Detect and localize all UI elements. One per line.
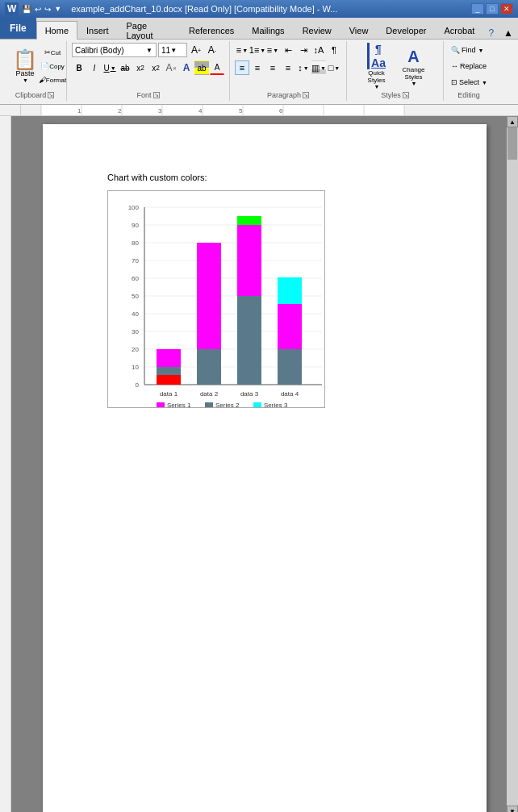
tab-developer[interactable]: Developer — [377, 21, 435, 39]
tab-page-layout[interactable]: Page Layout — [118, 21, 180, 39]
decrease-font-size-button[interactable]: A- — [205, 43, 219, 57]
tab-references[interactable]: References — [180, 21, 243, 39]
vertical-scrollbar[interactable]: ▲ ▼ — [507, 116, 518, 812]
underline-button[interactable]: U▼ — [102, 60, 117, 75]
numbering-button[interactable]: 1≡▼ — [250, 43, 265, 57]
replace-button[interactable]: ↔ Replace — [449, 59, 489, 73]
find-dropdown[interactable]: ▼ — [478, 48, 484, 53]
font-format-row: B I U▼ ab x2 x2 A✕ A ab A — [72, 60, 224, 75]
select-button[interactable]: ⊡ Select ▼ — [449, 75, 489, 90]
shading-button[interactable]: ▥▼ — [311, 60, 326, 75]
font-name-selector[interactable]: Calibri (Body) ▼ — [72, 43, 157, 57]
maximize-button[interactable]: □ — [486, 3, 499, 15]
paragraph-label: Paragraph ↘ — [235, 90, 341, 99]
copy-button[interactable]: 📄 Copy — [44, 60, 61, 73]
bar-data4-series3 — [278, 277, 302, 304]
strikethrough-button[interactable]: ab — [118, 60, 132, 75]
clipboard-label: Clipboard ↘ — [8, 90, 61, 99]
ruler-corner[interactable] — [0, 105, 21, 115]
superscript-button[interactable]: x2 — [148, 60, 163, 75]
select-dropdown[interactable]: ▼ — [482, 80, 487, 85]
align-left-button[interactable]: ≡ — [235, 60, 249, 75]
ribbon: File Home Insert Page Layout References … — [0, 18, 518, 105]
chart-svg: 100 90 80 70 60 50 40 30 20 — [116, 199, 326, 409]
underline-dropdown[interactable]: ▼ — [111, 65, 116, 71]
increase-font-size-button[interactable]: A+ — [189, 43, 203, 57]
borders-button[interactable]: □▼ — [327, 60, 341, 75]
bullets-button[interactable]: ≡▼ — [235, 43, 249, 57]
quick-access-customize[interactable]: ▼ — [54, 5, 61, 13]
decrease-indent-button[interactable]: ⇤ — [281, 43, 295, 57]
text-highlight-button[interactable]: ab — [194, 60, 209, 75]
tab-file[interactable]: File — [0, 18, 36, 39]
chart-title: Chart with custom colors: — [107, 173, 438, 182]
svg-rect-1 — [41, 105, 404, 115]
quick-access-undo[interactable]: ↩ — [35, 5, 41, 14]
tab-acrobat[interactable]: Acrobat — [436, 21, 484, 39]
font-color-button[interactable]: A — [210, 60, 224, 75]
sort-button[interactable]: ↕A — [311, 43, 326, 57]
ribbon-expand[interactable]: ▲ — [499, 27, 518, 39]
tab-view[interactable]: View — [340, 21, 378, 39]
styles-group: ¶Aa Quick Styles ▼ A Change Styles ▼ Sty… — [347, 41, 444, 101]
text-effects-button[interactable]: A — [179, 60, 194, 75]
tab-mailings[interactable]: Mailings — [243, 21, 293, 39]
tab-home[interactable]: Home — [36, 21, 77, 40]
cut-button[interactable]: ✂ Cut — [44, 46, 61, 59]
svg-rect-18 — [0, 116, 11, 812]
quick-styles-button[interactable]: ¶Aa Quick Styles ▼ — [360, 45, 394, 87]
font-name-dropdown[interactable]: ▼ — [146, 47, 152, 54]
paragraph-expand[interactable]: ↘ — [303, 92, 309, 98]
scroll-thumb[interactable] — [508, 127, 517, 160]
paste-dropdown-arrow[interactable]: ▼ — [23, 77, 28, 83]
font-expand[interactable]: ↘ — [153, 92, 160, 98]
font-size-selector[interactable]: 11 ▼ — [158, 43, 187, 57]
ribbon-help[interactable]: ? — [483, 27, 499, 39]
align-center-button[interactable]: ≡ — [250, 60, 265, 75]
align-right-button[interactable]: ≡ — [265, 60, 280, 75]
change-styles-button[interactable]: A Change Styles ▼ — [397, 45, 431, 87]
change-styles-dropdown[interactable]: ▼ — [411, 81, 417, 86]
svg-text:2: 2 — [118, 107, 122, 115]
scroll-track[interactable] — [507, 127, 518, 806]
subscript-button[interactable]: x2 — [133, 60, 148, 75]
svg-text:70: 70 — [132, 257, 139, 264]
paste-icon: 📋 — [13, 50, 37, 69]
document-area[interactable]: Chart with custom colors: 100 90 80 70 — [11, 116, 518, 812]
window-controls[interactable]: _ □ ✕ — [471, 3, 513, 15]
paste-button[interactable]: 📋 Paste ▼ — [8, 45, 42, 87]
line-spacing-button[interactable]: ↕▼ — [296, 60, 311, 75]
increase-indent-button[interactable]: ⇥ — [296, 43, 311, 57]
title-bar-left: W 💾 ↩ ↪ ▼ example_addChart_10.docx [Read… — [5, 2, 337, 15]
close-button[interactable]: ✕ — [500, 3, 513, 15]
bar-data3-series2 — [237, 296, 261, 385]
bold-button[interactable]: B — [72, 60, 86, 75]
vertical-ruler — [0, 116, 11, 812]
svg-text:60: 60 — [132, 275, 139, 282]
tab-insert[interactable]: Insert — [77, 21, 118, 39]
quick-access-redo[interactable]: ↪ — [44, 5, 51, 14]
show-hide-button[interactable]: ¶ — [327, 43, 341, 57]
para-row-1: ≡▼ 1≡▼ ≡▼ ⇤ ⇥ ↕A ¶ — [235, 43, 341, 57]
editing-controls: 🔍 Find ▼ ↔ Replace ⊡ Select ▼ — [449, 43, 489, 90]
justify-button[interactable]: ≡ — [281, 60, 295, 75]
find-icon: 🔍 — [451, 46, 460, 54]
format-painter-button[interactable]: 🖌 Format — [44, 73, 61, 86]
svg-text:80: 80 — [132, 239, 139, 247]
quick-access-save[interactable]: 💾 — [22, 5, 31, 14]
font-size-dropdown[interactable]: ▼ — [170, 47, 177, 54]
find-button[interactable]: 🔍 Find ▼ — [449, 43, 489, 57]
minimize-button[interactable]: _ — [471, 3, 484, 15]
scroll-down-button[interactable]: ▼ — [507, 806, 518, 812]
svg-text:20: 20 — [132, 346, 139, 353]
styles-expand[interactable]: ↘ — [403, 92, 409, 98]
multilevel-button[interactable]: ≡▼ — [265, 43, 280, 57]
clear-format-button[interactable]: A✕ — [164, 60, 178, 75]
clipboard-expand[interactable]: ↘ — [48, 92, 54, 98]
italic-button[interactable]: I — [87, 60, 102, 75]
tab-review[interactable]: Review — [294, 21, 340, 39]
document-page: Chart with custom colors: 100 90 80 70 — [43, 124, 487, 812]
editing-label: Editing — [449, 90, 489, 99]
cat-label-1: data 1 — [160, 390, 178, 398]
scroll-up-button[interactable]: ▲ — [507, 116, 518, 127]
